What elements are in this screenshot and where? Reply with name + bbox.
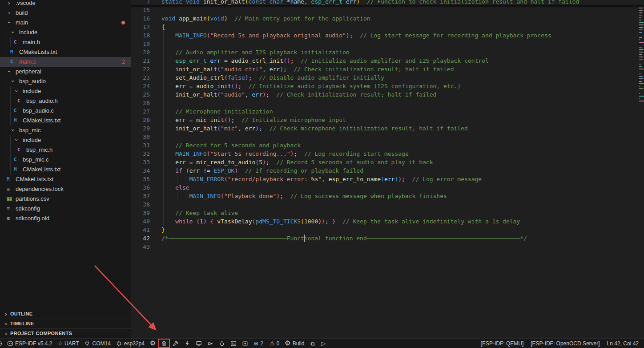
tree-item-bsp-mic[interactable]: ›bsp_mic (0, 125, 131, 135)
indent-guide (163, 31, 164, 40)
tree-item-label: bsp_audio.c (23, 106, 54, 116)
status-item-gear-icon[interactable]: ⚙ (147, 339, 158, 348)
tree-item-bsp-mic-c[interactable]: Cbsp_mic.c (0, 155, 131, 165)
tree-item-main[interactable]: ›main (0, 18, 131, 28)
status-item-flame-icon[interactable] (216, 339, 228, 348)
code-line-17[interactable]: 17{ (131, 23, 639, 31)
code-line-23[interactable]: 23 set_Audio_ctrl(false); // Disable aud… (131, 73, 639, 82)
code-line-22[interactable]: 22 init_or_halt("audio ctrl", err); // C… (131, 65, 639, 73)
code-line-34[interactable]: 34 if (err != ESP_OK) // If recording or… (131, 166, 639, 175)
tree-item-dependencies-lock[interactable]: ≡dependencies.lock (0, 184, 131, 194)
code-line-24[interactable]: 24 err = audio_init(); // Initialize aud… (131, 82, 639, 90)
code-line-43[interactable]: 43 (131, 243, 639, 251)
tree-item-label: sdkconfig.old (16, 214, 49, 223)
espidf-qemu-status[interactable]: [ESP-IDF: QEMU] (481, 340, 524, 347)
minimap-line (639, 17, 641, 18)
code-line-35[interactable]: 35 MAIN_ERROR("record/playback error: %s… (131, 175, 639, 183)
code-line-32[interactable]: 32 MAIN_INFO("Start 5s recording..."); /… (131, 150, 639, 158)
indent-guide (163, 57, 164, 65)
code-line-30[interactable]: 30 (131, 133, 639, 141)
code-line-21[interactable]: 21 esp_err_t err = audio_ctrl_init(); //… (131, 57, 639, 65)
section-header-timeline[interactable]: ›TIMELINE (0, 319, 131, 328)
status-item-build[interactable]: ⚙Build (282, 339, 307, 348)
espidf-openocd-status[interactable]: [ESP-IDF: OpenOCD Server] (531, 340, 600, 347)
code-lines[interactable]: 1516void app_main(void) // Main entry po… (131, 6, 639, 251)
code-line-37[interactable]: 37 MAIN_INFO("Playback done"); // Log su… (131, 192, 639, 200)
tree-item-bsp-audio-h[interactable]: Cbsp_audio.h (0, 96, 131, 106)
code-line-40[interactable]: 40 while (1) { vTaskDelay(pdMS_TO_TICKS(… (131, 217, 639, 226)
tree-item-main-h[interactable]: Cmain.h (0, 37, 131, 47)
cursor-position-status[interactable]: Ln 42, Col 42 (607, 340, 639, 347)
section-header-outline[interactable]: ›OUTLINE (0, 309, 131, 319)
code-line-31[interactable]: 31 // Record for 5 seconds and playback (131, 141, 639, 150)
code-line-25[interactable]: 25 init_or_halt("audio", err); // Check … (131, 90, 639, 99)
tree-item-partitions-csv[interactable]: partitions.csv (0, 194, 131, 204)
code-line-38[interactable]: 38 (131, 200, 639, 209)
status-item-zap-icon[interactable] (181, 339, 193, 348)
code-line-29[interactable]: 29 init_or_halt("mic", err); // Check mi… (131, 124, 639, 133)
tree-item-cmakelists-txt[interactable]: MCMakeLists.txt (0, 174, 131, 184)
tree-indent-guide (7, 86, 7, 96)
code-line-39[interactable]: 39 // Keep task alive (131, 209, 639, 217)
status-item-esp32p4[interactable]: esp32p4 (113, 339, 147, 348)
status-item-monitor-icon[interactable] (193, 339, 205, 348)
code-line-20[interactable]: 20 // Audio amplifier and I2S playback i… (131, 48, 639, 57)
chevron-down-icon: › (14, 135, 21, 145)
sticky-code-line[interactable]: 7static void init_or_halt(const char *na… (131, 0, 644, 6)
tree-item-bsp-mic-h[interactable]: Cbsp_mic.h (0, 145, 131, 155)
code-line-27[interactable]: 27 // Microphone initialization (131, 107, 639, 116)
token: ) (262, 159, 266, 166)
token: mic_init (196, 117, 224, 123)
status-item-trash-icon[interactable] (158, 339, 170, 348)
tree-item-include[interactable]: ›include (0, 135, 131, 145)
tree-item-bsp-audio-c[interactable]: Cbsp_audio.c (0, 106, 131, 116)
line-content: init_or_halt("audio", err); // Check ini… (161, 90, 436, 99)
token: name (290, 0, 304, 5)
status-item-esp-idf-v5-4-2[interactable]: ESP-IDF v5.4.2 (4, 339, 55, 348)
tree-item-main-c[interactable]: Cmain.c2 (0, 57, 131, 67)
tree-item-build[interactable]: ›build (0, 8, 131, 18)
section-header-project-components[interactable]: ›PROJECT COMPONENTS (0, 328, 131, 338)
code-line-15[interactable]: 15 (131, 6, 639, 14)
status-item-bug-icon[interactable] (307, 339, 318, 348)
status-item-uart[interactable]: ☆UART (55, 339, 81, 348)
code-editor[interactable]: 7static void init_or_halt(const char *na… (131, 0, 644, 338)
code-line-42[interactable]: 42/*──────────────────────────────────Fu… (131, 234, 639, 243)
tree-item-cmakelists-txt[interactable]: MCMakeLists.txt (0, 116, 131, 125)
tree-item-cmakelists-txt[interactable]: MCMakeLists.txt (0, 47, 131, 57)
code-line-28[interactable]: 28 err = mic_init(); // Initialize micro… (131, 116, 639, 124)
minimap-line (639, 98, 640, 99)
status-item-wrench-icon[interactable] (170, 339, 181, 348)
sticky-scroll-line[interactable]: 7static void init_or_halt(const char *na… (131, 0, 644, 6)
code-line-19[interactable]: 19 (131, 40, 639, 48)
code-line-41[interactable]: 41} (131, 226, 639, 234)
code-line-18[interactable]: 18 MAIN_INFO("Record 5s and playback ori… (131, 31, 639, 40)
token: if (175, 167, 182, 174)
line-content: init_or_halt("mic", err); // Check micro… (161, 124, 468, 133)
tree-item-include[interactable]: ›include (0, 28, 131, 37)
tree-item-include[interactable]: ›include (0, 86, 131, 96)
token: ; (294, 150, 304, 157)
status-item-label: esp32p4 (124, 340, 145, 347)
tree-item-peripheral[interactable]: ›peripheral (0, 67, 131, 77)
status-item-terminal-icon[interactable] (228, 339, 239, 348)
code-line-16[interactable]: 16void app_main(void) // Main entry poin… (131, 14, 639, 23)
status-item-debug-start-icon[interactable] (205, 339, 216, 348)
status-item-com14[interactable]: COM14 (81, 339, 113, 348)
minimap[interactable] (639, 0, 644, 107)
code-line-33[interactable]: 33 err = mic_read_to_audio(5); // Record… (131, 158, 639, 166)
code-line-36[interactable]: 36 else (131, 183, 639, 192)
problems-status[interactable]: ⊗2⚠0 (251, 339, 282, 348)
line-content: else (161, 183, 189, 192)
code-line-26[interactable]: 26 (131, 99, 639, 107)
status-item-run-task-icon[interactable] (239, 339, 251, 348)
tree-item-sdkconfig-old[interactable]: ≡sdkconfig.old (0, 214, 131, 223)
minimap-line (639, 93, 640, 94)
tree-item-bsp-audio[interactable]: ›bsp_audio (0, 77, 131, 86)
status-item-play-icon[interactable]: ▷ (318, 339, 328, 348)
tree-item-sdkconfig[interactable]: ≡sdkconfig (0, 204, 131, 214)
token (342, 0, 346, 5)
tree-item-cmakelists-txt[interactable]: MCMakeLists.txt (0, 165, 131, 174)
tree-item--vscode[interactable]: ›.vscode (0, 0, 131, 8)
status-item-clipped-icon[interactable] (0, 339, 4, 348)
